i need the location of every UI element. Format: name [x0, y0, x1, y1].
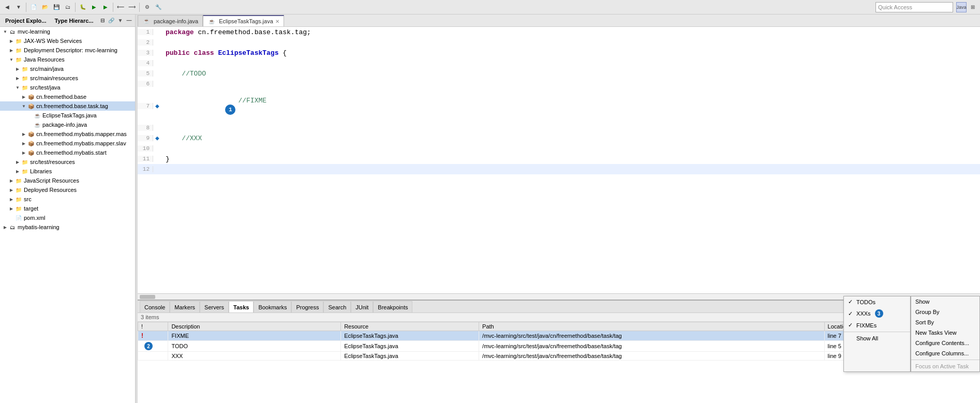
toolbar-btn-ext2[interactable]: 🔧 [153, 2, 164, 12]
toolbar-btn-new[interactable]: 📄 [28, 2, 39, 12]
col-severity[interactable]: ! [138, 322, 168, 331]
toolbar-btn-prev[interactable]: ⟵ [115, 2, 126, 12]
tree-item-deployment[interactable]: ▶ 📁 Deployment Descriptor: mvc-learning [0, 46, 135, 55]
editor-area[interactable]: 1 package cn.freemethod.base.task.tag; 2… [138, 27, 980, 293]
tree-arrow[interactable]: ▶ [14, 169, 21, 174]
minimize-icon[interactable]: — [125, 17, 133, 25]
tree-arrow[interactable]: ▶ [8, 48, 14, 53]
tab-project-explorer[interactable]: Project Explo... [2, 17, 49, 25]
menu-item-fixmes[interactable]: ✓ FIXMEs [844, 320, 910, 331]
toolbar-btn-run2[interactable]: ▶ [100, 2, 111, 12]
tree-item-java-resources[interactable]: ▼ 📁 Java Resources [0, 55, 135, 64]
tab-junit[interactable]: JUnit [351, 301, 373, 312]
tab-servers[interactable]: Servers [200, 301, 229, 312]
tab-search[interactable]: Search [323, 301, 351, 312]
collapse-all-icon[interactable]: ⊟ [98, 17, 107, 25]
toolbar-btn-save-all[interactable]: 🗂 [63, 2, 73, 12]
check-icon: ✓ [848, 310, 854, 317]
tree-arrow[interactable]: ▶ [8, 188, 14, 192]
tree-arrow[interactable]: ▶ [21, 95, 27, 99]
line-num-5: 5 [138, 70, 153, 77]
menu-item-xxxs[interactable]: ✓ XXXs 3 [844, 307, 910, 320]
menu-item-configure-contents[interactable]: Configure Contents... [911, 338, 979, 348]
menu-item-new-tasks-view[interactable]: New Tasks View [911, 327, 979, 338]
tree-item-src-main-res[interactable]: ▶ 📁 src/main/resources [0, 73, 135, 83]
view-menu-icon[interactable]: ▼ [116, 17, 124, 25]
tree-item-src-test-java[interactable]: ▼ 📁 src/test/java [0, 83, 135, 92]
tree-item-src[interactable]: ▶ 📁 src [0, 195, 135, 204]
perspective-java[interactable]: Java [956, 2, 967, 12]
tree-item-src-test-res[interactable]: ▶ 📁 src/test/resources [0, 157, 135, 167]
toolbar-btn-ext1[interactable]: ⚙ [142, 2, 152, 12]
tree-item-cn-mybatis-slav[interactable]: ▶ 📦 cn.freemethod.mybatis.mapper.slav [0, 139, 135, 148]
tab-breakpoints[interactable]: Breakpoints [373, 301, 412, 312]
tab-type-hierarchy[interactable]: Type Hierarc... [51, 17, 96, 25]
tree-arrow[interactable]: ▶ [8, 197, 14, 202]
tab-console[interactable]: Console [140, 301, 170, 312]
toolbar-btn-next[interactable]: ⟶ [127, 2, 137, 12]
tree-arrow[interactable]: ▶ [21, 141, 27, 146]
perspective-btn-2[interactable]: ⊞ [968, 2, 978, 12]
tree-item-libraries[interactable]: ▶ 📁 Libraries [0, 167, 135, 176]
code-line-3: 3 public class EclipseTaskTags { [138, 48, 980, 58]
editor-tabs: ☕ package-info.java ☕ EclipseTaskTags.ja… [138, 14, 980, 27]
tree-item-cn-mybatis-mas[interactable]: ▶ 📦 cn.freemethod.mybatis.mapper.mas [0, 129, 135, 139]
tree-item-deployed[interactable]: ▶ 📁 Deployed Resources [0, 185, 135, 195]
tree-item-mybatis-learning[interactable]: ▶ 🗂 mybatis-learning [0, 222, 135, 232]
toolbar-btn-debug[interactable]: 🐛 [78, 2, 88, 12]
tree-arrow[interactable]: ▶ [8, 39, 14, 43]
toolbar-btn-save[interactable]: 💾 [51, 2, 62, 12]
tab-label-breakpoints: Breakpoints [378, 304, 408, 310]
menu-item-show[interactable]: Show [911, 296, 979, 307]
tab-progress[interactable]: Progress [291, 301, 323, 312]
col-path[interactable]: Path [479, 322, 824, 331]
tree-arrow[interactable]: ▶ [14, 76, 21, 81]
tree-arrow[interactable]: ▶ [8, 178, 14, 183]
tab-bookmarks[interactable]: Bookmarks [254, 301, 291, 312]
menu-item-group-by[interactable]: Group By [911, 307, 979, 317]
menu-item-show-all[interactable]: Show All [844, 333, 910, 344]
tree-item-jax-ws[interactable]: ▶ 📁 JAX-WS Web Services [0, 36, 135, 46]
menu-label-fixmes: FIXMEs [856, 322, 877, 329]
tab-eclipse-task-tags[interactable]: ☕ EclipseTaskTags.java ✕ [203, 15, 284, 26]
tab-markers[interactable]: Markers [170, 301, 200, 312]
tree-arrow[interactable]: ▶ [21, 151, 27, 155]
tree-item-target[interactable]: ▶ 📁 target [0, 204, 135, 213]
tree-item-js-resources[interactable]: ▶ 📁 JavaScript Resources [0, 176, 135, 185]
tab-package-info[interactable]: ☕ package-info.java [138, 15, 203, 26]
tree-label: src/main/java [30, 66, 64, 72]
project-icon [8, 27, 17, 36]
toolbar-btn-run[interactable]: ▶ [89, 2, 99, 12]
tree-item-mvc-learning[interactable]: ▼ mvc-learning [0, 27, 135, 36]
tree-item-eclipse-task-tags[interactable]: ▶ ☕ EclipseTaskTags.java [0, 111, 135, 120]
tree-item-cn-base[interactable]: ▶ 📦 cn.freemethod.base [0, 92, 135, 101]
toolbar-btn-1[interactable]: ◀ [2, 2, 12, 12]
h-scroll-thumb[interactable] [140, 295, 155, 299]
col-description[interactable]: Description [168, 322, 341, 331]
tree-item-cn-mybatis-start[interactable]: ▶ 📦 cn.freemethod.mybatis.start [0, 148, 135, 157]
menu-item-configure-columns[interactable]: Configure Columns... [911, 348, 979, 359]
tree-item-cn-task-tag[interactable]: ▼ 📦 cn.freemethod.base.task.tag [0, 101, 135, 111]
tree-item-src-main-java[interactable]: ▶ 📁 src/main/java [0, 64, 135, 73]
tree-item-package-info[interactable]: ▶ ☕ package-info.java [0, 120, 135, 129]
tree-arrow[interactable]: ▶ [8, 206, 14, 211]
link-editor-icon[interactable]: 🔗 [107, 17, 115, 25]
quick-access-box[interactable]: Quick Access [875, 2, 953, 12]
tree-item-pom[interactable]: ▶ 📄 pom.xml [0, 213, 135, 222]
tree-arrow[interactable]: ▼ [8, 57, 14, 62]
menu-item-focus-active-task[interactable]: Focus on Active Task [911, 361, 979, 371]
menu-item-todos[interactable]: ✓ TODOs [844, 296, 910, 307]
col-resource[interactable]: Resource [341, 322, 479, 331]
tab-close-icon[interactable]: ✕ [275, 19, 279, 24]
toolbar-btn-open[interactable]: 📂 [40, 2, 50, 12]
tree-arrow[interactable]: ▼ [14, 85, 21, 90]
toolbar-btn-2[interactable]: ▼ [13, 2, 24, 12]
tree-arrow[interactable]: ▼ [2, 29, 8, 34]
menu-item-sort-by[interactable]: Sort By [911, 317, 979, 327]
tree-arrow[interactable]: ▼ [21, 104, 27, 109]
tab-tasks[interactable]: Tasks [229, 301, 254, 312]
tree-arrow[interactable]: ▶ [21, 132, 27, 137]
tree-arrow[interactable]: ▶ [2, 225, 8, 230]
tree-arrow[interactable]: ▶ [14, 67, 21, 71]
tree-arrow[interactable]: ▶ [14, 160, 21, 165]
